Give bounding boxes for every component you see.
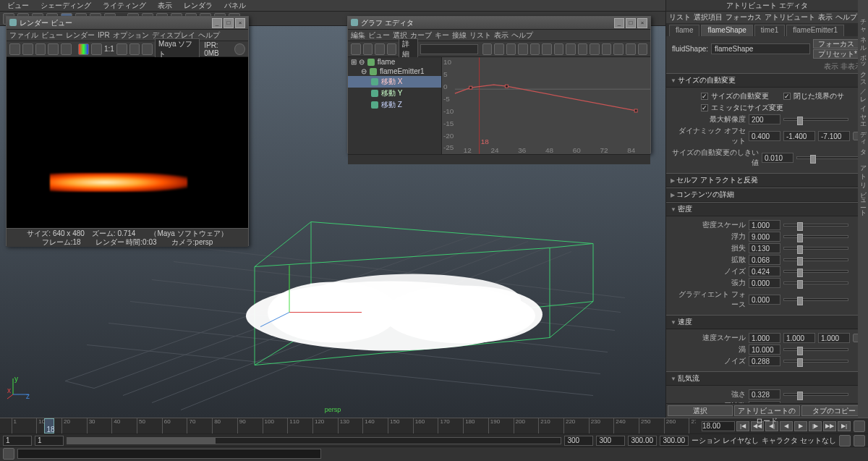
right-tab-strip[interactable]: チャネルボックス／レイヤエディタ アトリビュート	[858, 0, 868, 418]
current-frame-field[interactable]	[702, 421, 735, 431]
dynoff-z[interactable]	[818, 131, 850, 141]
section-contents[interactable]: コンテンツの詳細	[666, 187, 868, 202]
tangent-icon[interactable]	[494, 43, 504, 55]
menu-item[interactable]: 表示	[494, 30, 509, 41]
range-end-field[interactable]	[596, 436, 625, 446]
density-noise[interactable]	[749, 266, 780, 276]
mel-icon[interactable]	[3, 448, 14, 460]
menu-item[interactable]: ヘルプ	[511, 30, 533, 41]
range-start-field[interactable]	[3, 436, 32, 446]
vel-noise[interactable]	[749, 356, 780, 366]
preset-button[interactable]: プリセット*	[813, 49, 862, 59]
tangent-icon[interactable]	[530, 43, 540, 55]
ipr-icon[interactable]	[48, 43, 59, 55]
menu-item[interactable]: ビュー	[41, 30, 63, 41]
menu-item[interactable]: ビュー	[368, 30, 390, 41]
rewind-start-icon[interactable]: |◀	[736, 421, 749, 431]
tangent-icon[interactable]	[542, 43, 552, 55]
graph-scrollbar[interactable]	[348, 154, 650, 164]
range-slider[interactable]	[67, 437, 561, 444]
menu-item[interactable]: ヘルプ	[198, 30, 220, 41]
tool-icon[interactable]	[351, 43, 361, 55]
turb-str[interactable]	[749, 389, 780, 399]
menu-display[interactable]: 表示	[153, 1, 176, 11]
time-cursor[interactable]: 18	[44, 418, 54, 433]
channel-ty[interactable]: 移動 Y	[348, 88, 441, 99]
tool-icon[interactable]	[375, 43, 385, 55]
checkbox[interactable]	[701, 93, 708, 100]
graph-outliner[interactable]: ⊞ ⊖flame ⊖flameEmitter1 移動 X 移動 Y 移動 Z	[348, 57, 442, 154]
close-icon[interactable]: ×	[637, 18, 647, 28]
vel-scale-z[interactable]	[818, 333, 850, 343]
tool-icon[interactable]	[363, 43, 373, 55]
tool-icon[interactable]	[387, 43, 397, 55]
menu-renderer[interactable]: レンダラ	[179, 1, 217, 11]
anim-layer-dropdown[interactable]: ーション レイヤなし	[692, 436, 759, 446]
density-tens[interactable]	[749, 278, 780, 288]
range-in-field[interactable]	[35, 436, 64, 446]
section-autoresize[interactable]: サイズの自動変更	[666, 73, 868, 88]
section-turb[interactable]: 乱気流	[666, 371, 868, 386]
checkbox[interactable]	[783, 93, 791, 100]
tab-flameshape[interactable]: flameShape	[701, 25, 752, 36]
tangent-icon[interactable]	[554, 43, 564, 55]
tangent-icon[interactable]	[613, 43, 624, 55]
dynoff-x[interactable]	[749, 131, 780, 141]
channel-tx[interactable]: 移動 X	[348, 76, 441, 88]
tool-icon[interactable]	[142, 43, 153, 55]
step-fwd-icon[interactable]: ▶▶	[823, 421, 836, 431]
menu-item[interactable]: フォーカス	[726, 12, 762, 22]
window-titlebar[interactable]: レンダー ビュー _ □ ×	[7, 17, 248, 30]
slider[interactable]	[783, 118, 848, 121]
tangent-icon[interactable]	[518, 43, 528, 55]
attr-scroll[interactable]: サイズの自動変更 サイズの自動変更 閉じた境界のサ エミッタにサイズ変更 最大解…	[666, 73, 868, 403]
tangent-icon[interactable]	[626, 43, 636, 55]
density-scale[interactable]	[749, 220, 780, 230]
tangent-icon[interactable]	[590, 43, 600, 55]
menu-item[interactable]: アトリビュート	[765, 12, 815, 22]
slider[interactable]	[783, 393, 848, 396]
max-res-field[interactable]	[749, 114, 780, 124]
tree-node[interactable]: ⊞ ⊖flame	[348, 57, 441, 67]
menu-item[interactable]: 接線	[452, 30, 467, 41]
tool-icon[interactable]	[129, 43, 140, 55]
menu-item[interactable]: IPR	[98, 31, 110, 39]
section-selfattract[interactable]: セルフ アトラクトと反発	[666, 173, 868, 187]
axis-gizmo[interactable]: y z x	[7, 376, 32, 400]
slider[interactable]	[783, 224, 848, 227]
slider[interactable]	[796, 156, 861, 159]
menu-item[interactable]: ファイル	[9, 30, 38, 41]
density-grad[interactable]	[749, 295, 780, 305]
menu-view[interactable]: ビュー	[3, 1, 33, 11]
tangent-icon[interactable]	[638, 43, 648, 55]
slider[interactable]	[783, 298, 848, 301]
alpha-icon[interactable]	[91, 43, 102, 55]
density-buoy[interactable]	[749, 232, 780, 242]
channel-tz[interactable]: 移動 Z	[348, 99, 441, 111]
render-region-icon[interactable]	[22, 43, 33, 55]
stats-field[interactable]	[420, 44, 478, 54]
tangent-icon[interactable]	[602, 43, 612, 55]
renderer-dropdown[interactable]: Maya ソフト	[155, 38, 200, 60]
vel-swirl[interactable]	[749, 344, 780, 355]
charset-dropdown[interactable]: キャラクタ セットなし	[762, 436, 836, 446]
refresh-icon[interactable]	[61, 43, 72, 55]
graph-editor-window[interactable]: グラフ エディタ _ □ × 編集 ビュー 選択 カーブ キー 接線 リスト 表…	[347, 16, 651, 153]
next-frame-icon[interactable]: |▶	[809, 421, 822, 431]
focus-button[interactable]: フォーカス	[813, 39, 862, 48]
checkbox[interactable]	[701, 104, 708, 111]
render-view-window[interactable]: レンダー ビュー _ □ × ファイル ビュー レンダー IPR オプション デ…	[6, 16, 249, 246]
graph-chart[interactable]: 1050 -5-10-15 -20-25 122436 48607284 18	[442, 57, 650, 154]
section-velocity[interactable]: 速度	[666, 315, 868, 329]
copy-tab-button[interactable]: タブのコピー	[801, 405, 867, 416]
ipr-toggle-icon[interactable]	[234, 43, 245, 55]
menu-item[interactable]: リスト	[469, 30, 491, 41]
vel-scale-y[interactable]	[783, 333, 815, 343]
forward-end-icon[interactable]: ▶|	[838, 421, 851, 431]
density-diss[interactable]	[749, 243, 780, 253]
vel-scale-x[interactable]	[749, 333, 780, 343]
play-back-icon[interactable]: ◀	[780, 421, 793, 431]
tangent-icon[interactable]	[566, 43, 576, 55]
tangent-icon[interactable]	[578, 43, 588, 55]
shape-name-field[interactable]	[711, 43, 810, 54]
